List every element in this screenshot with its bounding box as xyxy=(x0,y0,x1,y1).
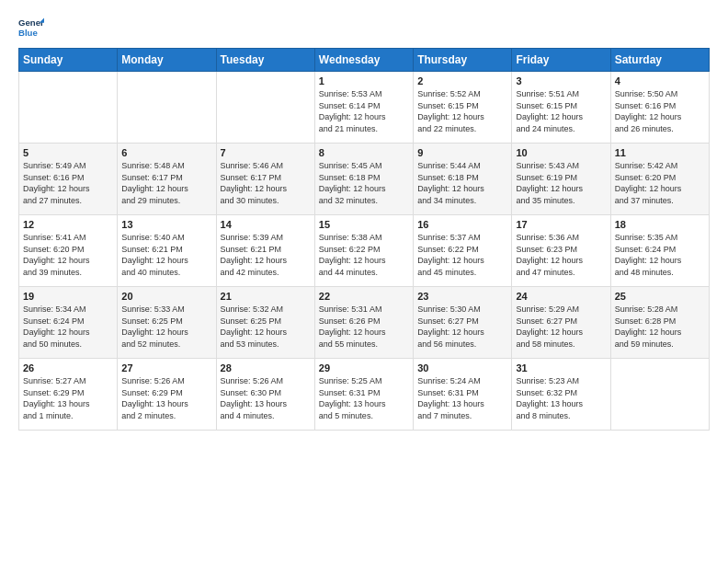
day-info: Sunrise: 5:26 AM Sunset: 6:29 PM Dayligh… xyxy=(121,375,211,421)
header-day-monday: Monday xyxy=(118,49,216,72)
header-day-thursday: Thursday xyxy=(414,49,512,72)
day-info: Sunrise: 5:53 AM Sunset: 6:14 PM Dayligh… xyxy=(319,88,409,134)
day-number: 5 xyxy=(23,147,113,158)
day-number: 31 xyxy=(516,362,606,373)
day-info: Sunrise: 5:37 AM Sunset: 6:22 PM Dayligh… xyxy=(417,232,507,278)
day-info: Sunrise: 5:26 AM Sunset: 6:30 PM Dayligh… xyxy=(221,375,311,421)
day-info: Sunrise: 5:48 AM Sunset: 6:17 PM Dayligh… xyxy=(121,160,211,206)
day-number: 4 xyxy=(615,75,705,86)
calendar-cell xyxy=(610,359,709,431)
day-number: 6 xyxy=(121,147,211,158)
day-info: Sunrise: 5:29 AM Sunset: 6:27 PM Dayligh… xyxy=(516,304,606,350)
calendar-cell: 26Sunrise: 5:27 AM Sunset: 6:29 PM Dayli… xyxy=(19,359,118,431)
day-number: 18 xyxy=(615,219,705,230)
calendar-cell: 2Sunrise: 5:52 AM Sunset: 6:15 PM Daylig… xyxy=(414,72,512,144)
day-info: Sunrise: 5:38 AM Sunset: 6:22 PM Dayligh… xyxy=(319,232,409,278)
day-number: 29 xyxy=(319,362,409,373)
calendar-cell: 12Sunrise: 5:41 AM Sunset: 6:20 PM Dayli… xyxy=(19,215,118,287)
day-number: 30 xyxy=(417,362,507,373)
day-number: 9 xyxy=(417,147,507,158)
calendar-cell: 22Sunrise: 5:31 AM Sunset: 6:26 PM Dayli… xyxy=(314,287,413,359)
day-info: Sunrise: 5:33 AM Sunset: 6:25 PM Dayligh… xyxy=(121,304,211,350)
day-number: 16 xyxy=(417,219,507,230)
day-info: Sunrise: 5:32 AM Sunset: 6:25 PM Dayligh… xyxy=(221,304,311,350)
day-info: Sunrise: 5:24 AM Sunset: 6:31 PM Dayligh… xyxy=(417,375,507,421)
calendar-cell xyxy=(216,72,314,144)
day-number: 7 xyxy=(221,147,311,158)
calendar-cell: 16Sunrise: 5:37 AM Sunset: 6:22 PM Dayli… xyxy=(414,215,512,287)
day-number: 20 xyxy=(121,291,211,302)
day-info: Sunrise: 5:44 AM Sunset: 6:18 PM Dayligh… xyxy=(417,160,507,206)
calendar-cell: 21Sunrise: 5:32 AM Sunset: 6:25 PM Dayli… xyxy=(216,287,314,359)
day-number: 19 xyxy=(23,291,113,302)
calendar-cell: 31Sunrise: 5:23 AM Sunset: 6:32 PM Dayli… xyxy=(512,359,610,431)
calendar-cell: 4Sunrise: 5:50 AM Sunset: 6:16 PM Daylig… xyxy=(610,72,709,144)
day-info: Sunrise: 5:43 AM Sunset: 6:19 PM Dayligh… xyxy=(516,160,606,206)
calendar-body: 1Sunrise: 5:53 AM Sunset: 6:14 PM Daylig… xyxy=(19,72,710,431)
day-number: 11 xyxy=(615,147,705,158)
calendar-cell: 9Sunrise: 5:44 AM Sunset: 6:18 PM Daylig… xyxy=(414,144,512,215)
calendar-header: SundayMondayTuesdayWednesdayThursdayFrid… xyxy=(19,49,710,72)
calendar-cell: 20Sunrise: 5:33 AM Sunset: 6:25 PM Dayli… xyxy=(118,287,216,359)
calendar-cell: 11Sunrise: 5:42 AM Sunset: 6:20 PM Dayli… xyxy=(610,144,709,215)
day-number: 22 xyxy=(319,291,409,302)
page-container: General Blue SundayMondayTuesdayWednesda… xyxy=(0,0,728,440)
day-info: Sunrise: 5:41 AM Sunset: 6:20 PM Dayligh… xyxy=(23,232,113,278)
calendar-cell: 28Sunrise: 5:26 AM Sunset: 6:30 PM Dayli… xyxy=(216,359,314,431)
calendar-cell: 25Sunrise: 5:28 AM Sunset: 6:28 PM Dayli… xyxy=(610,287,709,359)
week-row-5: 26Sunrise: 5:27 AM Sunset: 6:29 PM Dayli… xyxy=(19,359,710,431)
header-day-tuesday: Tuesday xyxy=(216,49,314,72)
calendar-cell: 15Sunrise: 5:38 AM Sunset: 6:22 PM Dayli… xyxy=(314,215,413,287)
calendar-cell: 19Sunrise: 5:34 AM Sunset: 6:24 PM Dayli… xyxy=(19,287,118,359)
day-info: Sunrise: 5:42 AM Sunset: 6:20 PM Dayligh… xyxy=(615,160,705,206)
calendar-cell: 7Sunrise: 5:46 AM Sunset: 6:17 PM Daylig… xyxy=(216,144,314,215)
day-info: Sunrise: 5:28 AM Sunset: 6:28 PM Dayligh… xyxy=(615,304,705,350)
day-number: 14 xyxy=(221,219,311,230)
calendar-cell: 5Sunrise: 5:49 AM Sunset: 6:16 PM Daylig… xyxy=(19,144,118,215)
logo-icon: General Blue xyxy=(18,15,44,40)
day-info: Sunrise: 5:34 AM Sunset: 6:24 PM Dayligh… xyxy=(23,304,113,350)
week-row-2: 5Sunrise: 5:49 AM Sunset: 6:16 PM Daylig… xyxy=(19,144,710,215)
calendar-cell: 23Sunrise: 5:30 AM Sunset: 6:27 PM Dayli… xyxy=(414,287,512,359)
week-row-3: 12Sunrise: 5:41 AM Sunset: 6:20 PM Dayli… xyxy=(19,215,710,287)
header-day-saturday: Saturday xyxy=(610,49,709,72)
day-info: Sunrise: 5:39 AM Sunset: 6:21 PM Dayligh… xyxy=(221,232,311,278)
calendar-cell: 10Sunrise: 5:43 AM Sunset: 6:19 PM Dayli… xyxy=(512,144,610,215)
day-info: Sunrise: 5:25 AM Sunset: 6:31 PM Dayligh… xyxy=(319,375,409,421)
calendar-cell: 17Sunrise: 5:36 AM Sunset: 6:23 PM Dayli… xyxy=(512,215,610,287)
day-number: 21 xyxy=(221,291,311,302)
calendar-cell: 14Sunrise: 5:39 AM Sunset: 6:21 PM Dayli… xyxy=(216,215,314,287)
calendar-table: SundayMondayTuesdayWednesdayThursdayFrid… xyxy=(18,48,710,431)
day-number: 8 xyxy=(319,147,409,158)
day-info: Sunrise: 5:30 AM Sunset: 6:27 PM Dayligh… xyxy=(417,304,507,350)
day-info: Sunrise: 5:46 AM Sunset: 6:17 PM Dayligh… xyxy=(221,160,311,206)
day-number: 13 xyxy=(121,219,211,230)
day-info: Sunrise: 5:23 AM Sunset: 6:32 PM Dayligh… xyxy=(516,375,606,421)
day-info: Sunrise: 5:27 AM Sunset: 6:29 PM Dayligh… xyxy=(23,375,113,421)
header-day-friday: Friday xyxy=(512,49,610,72)
day-number: 12 xyxy=(23,219,113,230)
day-number: 3 xyxy=(516,75,606,86)
day-number: 15 xyxy=(319,219,409,230)
day-info: Sunrise: 5:52 AM Sunset: 6:15 PM Dayligh… xyxy=(417,88,507,134)
day-number: 1 xyxy=(319,75,409,86)
calendar-cell: 30Sunrise: 5:24 AM Sunset: 6:31 PM Dayli… xyxy=(414,359,512,431)
day-number: 26 xyxy=(23,362,113,373)
calendar-cell: 1Sunrise: 5:53 AM Sunset: 6:14 PM Daylig… xyxy=(314,72,413,144)
calendar-cell: 18Sunrise: 5:35 AM Sunset: 6:24 PM Dayli… xyxy=(610,215,709,287)
day-number: 17 xyxy=(516,219,606,230)
day-number: 2 xyxy=(417,75,507,86)
calendar-cell xyxy=(118,72,216,144)
week-row-1: 1Sunrise: 5:53 AM Sunset: 6:14 PM Daylig… xyxy=(19,72,710,144)
header-day-sunday: Sunday xyxy=(19,49,118,72)
calendar-cell xyxy=(19,72,118,144)
logo: General Blue xyxy=(18,15,44,40)
calendar-cell: 29Sunrise: 5:25 AM Sunset: 6:31 PM Dayli… xyxy=(314,359,413,431)
header-row: General Blue xyxy=(18,15,710,40)
day-number: 27 xyxy=(121,362,211,373)
day-number: 24 xyxy=(516,291,606,302)
calendar-cell: 24Sunrise: 5:29 AM Sunset: 6:27 PM Dayli… xyxy=(512,287,610,359)
calendar-cell: 3Sunrise: 5:51 AM Sunset: 6:15 PM Daylig… xyxy=(512,72,610,144)
day-info: Sunrise: 5:45 AM Sunset: 6:18 PM Dayligh… xyxy=(319,160,409,206)
svg-text:Blue: Blue xyxy=(18,28,38,38)
